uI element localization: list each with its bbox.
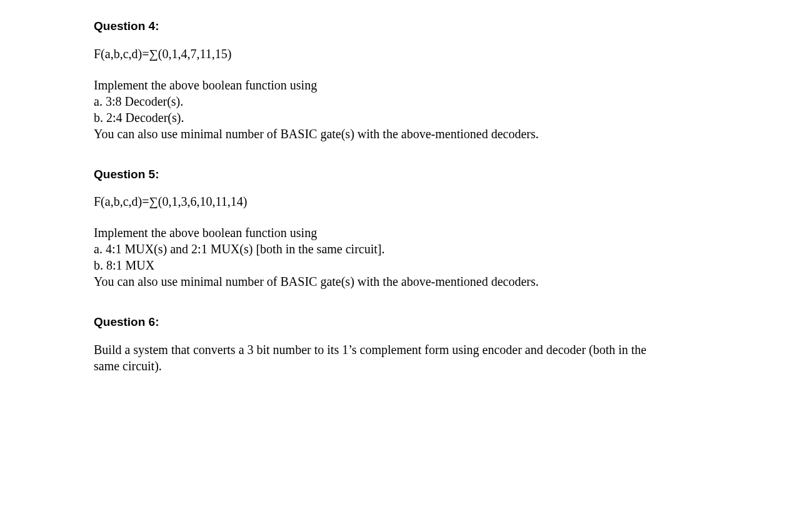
question-body: Implement the above boolean function usi… <box>94 225 656 290</box>
question-4-block: Question 4: F(a,b,c,d)=∑(0,1,4,7,11,15) … <box>94 19 656 142</box>
question-equation: F(a,b,c,d)=∑(0,1,4,7,11,15) <box>94 46 656 62</box>
question-note: You can also use minimal number of BASIC… <box>94 126 656 142</box>
question-equation: F(a,b,c,d)=∑(0,1,3,6,10,11,14) <box>94 193 656 210</box>
question-part-b: b. 8:1 MUX <box>94 257 656 273</box>
question-part-b: b. 2:4 Decoder(s). <box>94 109 656 126</box>
question-5-block: Question 5: F(a,b,c,d)=∑(0,1,3,6,10,11,1… <box>94 167 656 290</box>
question-intro: Implement the above boolean function usi… <box>94 77 656 93</box>
question-6-block: Question 6: Build a system that converts… <box>94 315 656 374</box>
question-intro: Implement the above boolean function usi… <box>94 225 656 241</box>
question-heading: Question 6: <box>94 315 656 330</box>
question-heading: Question 5: <box>94 167 656 183</box>
question-heading: Question 4: <box>94 19 656 34</box>
question-body: Build a system that converts a 3 bit num… <box>94 342 656 374</box>
question-note: Build a system that converts a 3 bit num… <box>94 342 656 374</box>
question-part-a: a. 3:8 Decoder(s). <box>94 93 656 109</box>
question-note: You can also use minimal number of BASIC… <box>94 273 656 290</box>
question-part-a: a. 4:1 MUX(s) and 2:1 MUX(s) [both in th… <box>94 241 656 257</box>
question-body: Implement the above boolean function usi… <box>94 77 656 142</box>
